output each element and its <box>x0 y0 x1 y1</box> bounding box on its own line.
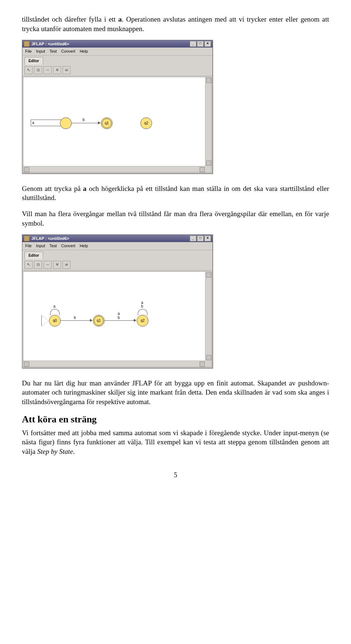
transition-q1-q2-label-b: b <box>118 315 120 320</box>
start-marker <box>42 316 48 326</box>
transition-q0-q1 <box>61 320 90 321</box>
tool-skull[interactable]: ☠ <box>63 261 71 269</box>
menu-convert[interactable]: Convert <box>61 49 75 54</box>
minimize-button[interactable]: _ <box>190 41 196 47</box>
horizontal-scrollbar[interactable] <box>23 166 205 172</box>
paragraph-4: Du har nu lärt dig hur man använder JFLA… <box>22 379 329 407</box>
close-button[interactable]: × <box>204 236 211 241</box>
automaton-canvas-1[interactable]: a b q1 q2 <box>23 77 212 173</box>
tool-state[interactable]: ⊙ <box>34 66 42 74</box>
menu-input[interactable]: Input <box>36 49 45 54</box>
menu-help[interactable]: Help <box>80 243 88 249</box>
tab-editor[interactable]: Editor <box>24 252 43 259</box>
tool-skull[interactable]: ☠ <box>63 66 71 74</box>
close-button[interactable]: × <box>204 41 211 47</box>
transition-input[interactable]: a <box>31 120 64 126</box>
tool-delete[interactable]: ✕ <box>53 66 61 74</box>
p2-pre: Genom att trycka på <box>22 185 83 192</box>
arrow-icon <box>90 319 93 322</box>
transition-q1-q2 <box>105 320 134 321</box>
menubar: File Input Test Convert Help <box>22 48 212 56</box>
p1-pre: tillståndet och därefter fylla i ett <box>22 15 118 23</box>
maximize-button[interactable]: □ <box>197 236 204 241</box>
app-icon <box>24 236 30 241</box>
tool-transition[interactable]: → <box>44 261 52 269</box>
window-title: JFLAP : <untitled6> <box>31 236 69 241</box>
scroll-corner <box>205 361 211 367</box>
state-q2[interactable]: q2 <box>140 117 152 129</box>
menu-file[interactable]: File <box>25 243 32 249</box>
p5-post: . <box>73 448 75 455</box>
app-icon <box>24 41 30 47</box>
selfloop-q2-label-b: b <box>141 304 143 309</box>
paragraph-2: Genom att trycka på a och högerklicka på… <box>22 184 329 203</box>
titlebar: JFLAP : <untitled6> _ □ × <box>22 235 212 242</box>
state-q0[interactable]: q0 <box>49 315 61 327</box>
vertical-scrollbar[interactable] <box>205 77 211 166</box>
tool-transition[interactable]: → <box>44 66 52 74</box>
state-q1[interactable]: q1 <box>93 315 105 327</box>
jflap-window-1: JFLAP : <untitled6> _ □ × File Input Tes… <box>22 40 213 173</box>
menu-test[interactable]: Test <box>49 243 57 249</box>
selfloop-q2 <box>138 309 147 315</box>
section-heading: Att köra en sträng <box>22 413 329 426</box>
p5-italic: Step by State <box>37 448 73 455</box>
menu-help[interactable]: Help <box>80 49 88 54</box>
state-q1[interactable]: q1 <box>101 117 113 129</box>
scroll-corner <box>205 166 211 172</box>
tabbar: Editor <box>22 250 212 259</box>
selfloop-q0 <box>50 309 60 315</box>
tool-select[interactable]: ↖ <box>24 261 33 269</box>
paragraph-3: Vill man ha flera övergångar mellan två … <box>22 209 329 228</box>
window-title: JFLAP : <untitled6> <box>31 41 69 47</box>
minimize-button[interactable]: _ <box>190 236 196 241</box>
automaton-canvas-2[interactable]: a q0 b q1 a b a b q2 <box>23 271 212 367</box>
titlebar: JFLAP : <untitled6> _ □ × <box>22 40 212 48</box>
tab-editor[interactable]: Editor <box>24 57 43 65</box>
horizontal-scrollbar[interactable] <box>23 361 205 367</box>
menu-file[interactable]: File <box>25 49 32 54</box>
page-number: 5 <box>22 471 329 479</box>
paragraph-1: tillståndet och därefter fylla i ett a. … <box>22 15 329 33</box>
arrow-icon <box>134 319 136 322</box>
arrow-icon <box>98 121 101 124</box>
maximize-button[interactable]: □ <box>197 41 204 47</box>
tabbar: Editor <box>22 56 212 65</box>
transition-q0-q1 <box>72 123 98 123</box>
menu-test[interactable]: Test <box>49 49 57 54</box>
selfloop-q0-label: a <box>53 304 56 309</box>
paragraph-5: Vi fortsätter med att jobba med samma au… <box>22 428 329 456</box>
toolbar: ↖ ⊙ → ✕ ☠ <box>22 259 212 271</box>
menu-input[interactable]: Input <box>36 243 45 249</box>
state-q0[interactable] <box>60 117 72 129</box>
toolbar: ↖ ⊙ → ✕ ☠ <box>22 65 212 76</box>
vertical-scrollbar[interactable] <box>205 272 211 361</box>
jflap-window-2: JFLAP : <untitled6> _ □ × File Input Tes… <box>22 234 213 368</box>
menu-convert[interactable]: Convert <box>61 243 75 249</box>
menubar: File Input Test Convert Help <box>22 242 212 250</box>
tool-state[interactable]: ⊙ <box>34 261 42 269</box>
transition-q0-q1-label: b <box>74 315 76 320</box>
transition-label-b: b <box>83 117 85 123</box>
p1-bold: a <box>118 15 122 23</box>
state-q2[interactable]: q2 <box>137 315 148 327</box>
p2-bold: a <box>83 185 87 192</box>
tool-select[interactable]: ↖ <box>24 66 33 74</box>
tool-delete[interactable]: ✕ <box>53 261 61 269</box>
